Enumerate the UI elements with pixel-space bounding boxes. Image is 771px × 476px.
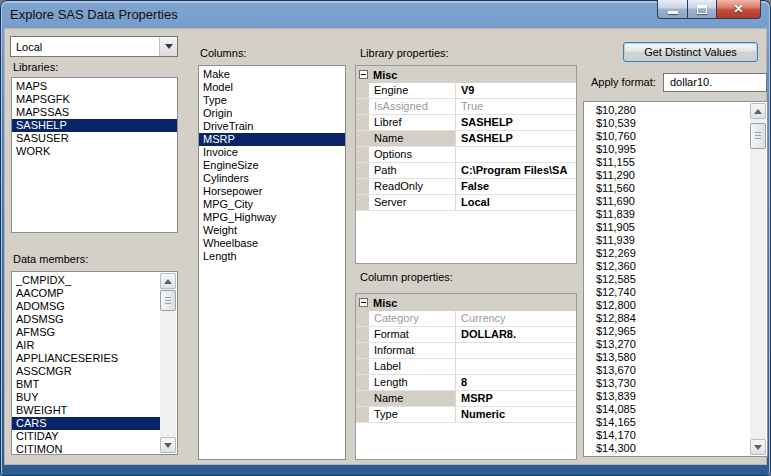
list-item[interactable]: $12,965 [584, 325, 750, 338]
property-value[interactable]: MSRP [456, 391, 576, 406]
data-members-listbox[interactable]: _CMPIDX_AACOMPADOMSGADSMSGAFMSGAIRAPPLIA… [11, 271, 178, 455]
category-row[interactable]: Misc [356, 66, 576, 83]
list-item[interactable]: Length [199, 250, 345, 263]
list-item[interactable]: $12,269 [584, 247, 750, 260]
scrollbar-thumb[interactable] [750, 123, 766, 149]
scroll-up-button[interactable] [750, 103, 766, 119]
property-row[interactable]: EngineV9 [356, 83, 576, 99]
property-row[interactable]: ReadOnlyFalse [356, 179, 576, 195]
property-row[interactable]: Length8 [356, 375, 576, 391]
list-item[interactable]: Weight [199, 224, 345, 237]
title-bar[interactable]: Explore SAS Data Properties ✕ [0, 0, 771, 28]
list-item[interactable]: $12,740 [584, 286, 750, 299]
minimize-button[interactable] [657, 0, 687, 19]
list-item[interactable]: BUY [12, 391, 160, 404]
property-row[interactable]: NameSASHELP [356, 131, 576, 147]
list-item[interactable]: $14,165 [584, 416, 750, 429]
columns-listbox[interactable]: MakeModelTypeOriginDriveTrainMSRPInvoice… [198, 65, 346, 460]
list-item[interactable]: ASSCMGR [12, 365, 160, 378]
list-item[interactable]: $10,539 [584, 117, 750, 130]
list-item[interactable]: Wheelbase [199, 237, 345, 250]
list-item[interactable]: Model [199, 81, 345, 94]
category-row[interactable]: Misc [356, 294, 576, 311]
list-item[interactable]: $13,730 [584, 377, 750, 390]
list-item[interactable]: SASHELP [12, 119, 177, 132]
property-value[interactable]: Currency [456, 311, 576, 326]
collapse-icon[interactable] [359, 298, 368, 307]
get-distinct-values-button[interactable]: Get Distinct Values [623, 42, 758, 62]
list-item[interactable]: $11,290 [584, 169, 750, 182]
list-item[interactable]: WORK [12, 145, 177, 158]
list-item[interactable]: $13,580 [584, 351, 750, 364]
list-item[interactable]: BMT [12, 378, 160, 391]
property-value[interactable]: SASHELP [456, 115, 576, 130]
property-row[interactable]: FormatDOLLAR8. [356, 327, 576, 343]
list-item[interactable]: $13,670 [584, 364, 750, 377]
list-item[interactable]: AFMSG [12, 326, 160, 339]
close-button[interactable]: ✕ [717, 0, 761, 19]
list-item[interactable]: DriveTrain [199, 120, 345, 133]
list-item[interactable]: Make [199, 68, 345, 81]
list-item[interactable]: $10,995 [584, 143, 750, 156]
list-item[interactable]: MSRP [199, 133, 345, 146]
list-item[interactable]: MAPSSAS [12, 106, 177, 119]
list-item[interactable]: $11,905 [584, 221, 750, 234]
list-item[interactable]: $12,884 [584, 312, 750, 325]
list-item[interactable]: $11,939 [584, 234, 750, 247]
property-value[interactable]: False [456, 179, 576, 194]
list-item[interactable]: EngineSize [199, 159, 345, 172]
property-row[interactable]: Label [356, 359, 576, 375]
property-row[interactable]: CategoryCurrency [356, 311, 576, 327]
list-item[interactable]: AIR [12, 339, 160, 352]
list-item[interactable]: Cylinders [199, 172, 345, 185]
list-item[interactable]: $11,839 [584, 208, 750, 221]
list-item[interactable]: $14,170 [584, 429, 750, 442]
property-value[interactable]: C:\Program Files\SA [456, 163, 576, 178]
data-members-scrollbar[interactable] [160, 273, 176, 453]
list-item[interactable]: _CMPIDX_ [12, 274, 160, 287]
property-value[interactable]: DOLLAR8. [456, 327, 576, 342]
library-properties-grid[interactable]: Misc EngineV9IsAssignedTrueLibrefSASHELP… [355, 65, 577, 264]
list-item[interactable]: MPG_City [199, 198, 345, 211]
list-item[interactable]: $13,839 [584, 390, 750, 403]
list-item[interactable]: Type [199, 94, 345, 107]
column-properties-grid[interactable]: Misc CategoryCurrencyFormatDOLLAR8.Infor… [355, 293, 577, 460]
list-item[interactable]: Horsepower [199, 185, 345, 198]
list-item[interactable]: $12,585 [584, 273, 750, 286]
property-row[interactable]: PathC:\Program Files\SA [356, 163, 576, 179]
list-item[interactable]: APPLIANCESERIES [12, 352, 160, 365]
connection-dropdown[interactable]: Local [10, 36, 178, 57]
distinct-values-scrollbar[interactable] [750, 103, 766, 455]
list-item[interactable]: $14,300 [584, 442, 750, 455]
list-item[interactable]: $11,690 [584, 195, 750, 208]
apply-format-input[interactable]: dollar10. [663, 73, 767, 92]
list-item[interactable]: CARS [12, 417, 160, 430]
property-value[interactable]: Numeric [456, 407, 576, 422]
list-item[interactable]: $13,270 [584, 338, 750, 351]
list-item[interactable]: $12,360 [584, 260, 750, 273]
scroll-down-button[interactable] [160, 437, 176, 453]
property-value[interactable]: Local [456, 195, 576, 210]
property-value[interactable] [456, 147, 576, 162]
property-value[interactable]: V9 [456, 83, 576, 98]
property-value[interactable]: 8 [456, 375, 576, 390]
list-item[interactable]: CITIMON [12, 443, 160, 455]
libraries-listbox[interactable]: MAPSMAPSGFKMAPSSASSASHELPSASUSERWORK [11, 77, 178, 233]
list-item[interactable]: Origin [199, 107, 345, 120]
list-item[interactable]: SASUSER [12, 132, 177, 145]
scroll-up-button[interactable] [160, 273, 176, 289]
list-item[interactable]: $14,085 [584, 403, 750, 416]
list-item[interactable]: BWEIGHT [12, 404, 160, 417]
list-item[interactable]: $10,280 [584, 104, 750, 117]
list-item[interactable]: $11,560 [584, 182, 750, 195]
scrollbar-thumb[interactable] [160, 290, 176, 311]
list-item[interactable]: MAPSGFK [12, 93, 177, 106]
distinct-values-listbox[interactable]: $10,280$10,539$10,760$10,995$11,155$11,2… [583, 101, 768, 457]
scroll-down-button[interactable] [750, 439, 766, 455]
list-item[interactable]: CITIDAY [12, 430, 160, 443]
collapse-icon[interactable] [359, 70, 368, 79]
list-item[interactable]: AACOMP [12, 287, 160, 300]
property-value[interactable] [456, 343, 576, 358]
property-row[interactable]: ServerLocal [356, 195, 576, 211]
list-item[interactable]: MPG_Highway [199, 211, 345, 224]
